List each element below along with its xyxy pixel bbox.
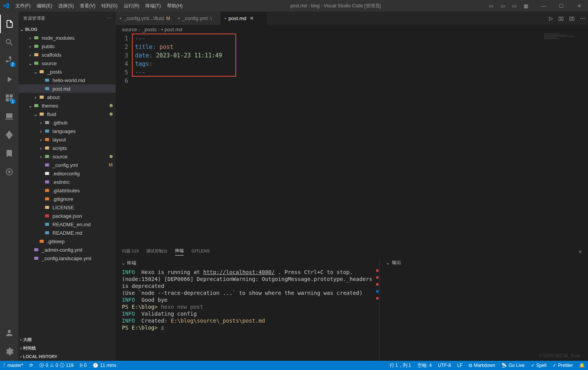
tree-row[interactable]: _admin-config.yml [19, 246, 116, 254]
menu-item[interactable]: 转到(G) [98, 0, 120, 12]
git-branch[interactable]: ᚶ master* [0, 361, 26, 370]
explorer-icon[interactable] [0, 15, 19, 33]
bookmarks-icon[interactable] [0, 144, 19, 163]
terminal-pane[interactable]: ⌄终端 INFO Hexo is running at http://local… [116, 258, 380, 361]
tree-row[interactable]: ›about [19, 93, 116, 101]
tree-row[interactable]: ⌄_posts [19, 67, 116, 76]
svg-rect-20 [45, 189, 49, 192]
panel-tab[interactable]: 问题 119 [122, 248, 139, 256]
eol-status[interactable]: LF [454, 361, 466, 370]
layout-customize-icon[interactable]: ▦ [520, 0, 532, 12]
language-status[interactable]: ⧉ Markdown [466, 361, 498, 370]
editor[interactable]: 123456 ---title: postdate: 2023-01-23 11… [116, 34, 588, 245]
layout-right-icon[interactable]: ▭ [509, 0, 520, 12]
tree-row[interactable]: .gitkeep [19, 237, 116, 246]
tree-row[interactable]: ⌄themes [19, 101, 116, 110]
panel-tab[interactable]: 终端 [175, 248, 184, 256]
tree-row[interactable]: ›public [19, 42, 116, 50]
maximize-icon[interactable]: ☐ [553, 0, 570, 12]
minimize-icon[interactable]: — [535, 0, 553, 12]
tree-row[interactable]: ›scaffolds [19, 50, 116, 59]
spaces-status[interactable]: 空格: 4 [414, 361, 435, 370]
section-LOCAL HISTORY[interactable]: ›LOCAL HISTORY [19, 352, 116, 361]
remote-explorer-icon[interactable] [0, 107, 19, 126]
tree-row[interactable]: _config.landscape.yml [19, 254, 116, 262]
tree-row[interactable]: ›scripts [19, 144, 116, 152]
close-icon[interactable]: ✕ [570, 0, 588, 12]
port-status[interactable]: ⎘ 0 [77, 361, 90, 370]
breadcrumb-item[interactable]: ▪ post.md [161, 27, 182, 32]
breadcrumb[interactable]: source›_posts›▪ post.md [116, 25, 588, 34]
tree-row[interactable]: .gitattributes [19, 186, 116, 195]
tree-row[interactable]: .eslintrc [19, 178, 116, 186]
split-editor-icon[interactable]: ▯▯ [558, 15, 564, 21]
tree-row[interactable]: post.md [19, 84, 116, 93]
tree-row[interactable]: ›.github [19, 118, 116, 127]
tree-row[interactable]: README_en.md [19, 220, 116, 229]
spell-status[interactable]: ✓ Spell [528, 361, 550, 370]
tab[interactable]: ▪post.md✕ [221, 12, 267, 25]
breadcrumb-item[interactable]: _posts [142, 27, 156, 32]
menu-item[interactable]: 终端(T) [142, 0, 164, 12]
breadcrumb-item[interactable]: source [122, 27, 137, 32]
close-panel-icon[interactable]: ✕ [578, 249, 582, 254]
terminal-header[interactable]: ⌄终端 [122, 259, 373, 266]
sync-icon[interactable]: ⟳ [26, 361, 36, 370]
more-actions-icon[interactable]: ⋯ [107, 16, 112, 21]
gitlens-icon[interactable] [0, 163, 19, 181]
tab[interactable]: ▪_config.yml ..\fluidM [116, 12, 174, 25]
section-时间线[interactable]: ›时间线 [19, 344, 116, 352]
tree-row[interactable]: ›layout [19, 135, 116, 144]
tree-row[interactable]: package.json [19, 212, 116, 220]
source-control-icon[interactable]: 2 [0, 52, 19, 70]
tree-row[interactable]: hello-world.md [19, 76, 116, 84]
run-debug-icon[interactable] [0, 70, 19, 89]
open-side-icon[interactable]: ▯▯ [569, 15, 574, 21]
tree-row[interactable]: ⌄source [19, 59, 116, 67]
tree-row[interactable]: _config.ymlM [19, 161, 116, 169]
account-icon[interactable] [0, 324, 19, 342]
tree-row[interactable]: README.md [19, 229, 116, 237]
chevron-icon: ⌄ [32, 69, 39, 75]
search-icon[interactable] [0, 33, 19, 52]
settings-icon[interactable] [0, 342, 19, 361]
menu-item[interactable]: 帮助(H) [164, 0, 186, 12]
tree-row[interactable]: .gitignore [19, 195, 116, 203]
tree-row[interactable]: ⌄fluid [19, 110, 116, 118]
more-icon[interactable]: ⋯ [580, 15, 585, 21]
time-status[interactable]: 🕐 11 mins [90, 361, 119, 370]
tab[interactable]: ▪_config.yml .\ [174, 12, 221, 25]
golive-status[interactable]: 📡 Go Live [498, 361, 527, 370]
section-blog[interactable]: ⌄ BLOG [19, 25, 116, 34]
output-header[interactable]: ⌄输出 [386, 259, 582, 266]
testing-icon[interactable] [0, 126, 19, 144]
code-content[interactable]: ---title: postdate: 2023-01-23 11:11:49t… [135, 34, 588, 245]
tree-row[interactable]: ›source [19, 152, 116, 161]
layout-panel-icon[interactable]: ▭ [497, 0, 509, 12]
chevron-icon: › [38, 154, 44, 160]
line-col-status[interactable]: 行 1，列 1 [387, 361, 414, 370]
output-pane[interactable]: ⌄输出 [380, 258, 588, 361]
notifications-icon[interactable]: 🔔 [576, 361, 588, 370]
section-大纲[interactable]: ›大纲 [19, 335, 116, 344]
tree-row[interactable]: ›languages [19, 127, 116, 135]
run-icon[interactable]: ▷ [549, 15, 553, 21]
layout-primary-icon[interactable]: ▭ [485, 0, 497, 12]
panel-tab[interactable]: GITLENS [191, 249, 210, 255]
panel-tab[interactable]: 调试控制台 [146, 248, 167, 256]
close-tab-icon[interactable]: ✕ [250, 15, 254, 21]
menu-item[interactable]: 运行(R) [121, 0, 143, 12]
prettier-status[interactable]: ✓ Prettier [549, 361, 576, 370]
menu-item[interactable]: 文件(F) [12, 0, 34, 12]
encoding-status[interactable]: UTF-8 [435, 361, 454, 370]
problems-status[interactable]: ⓧ 0 ⚠ 0 ⓘ 119 [36, 361, 76, 370]
minimap[interactable] [544, 34, 583, 41]
menu-item[interactable]: 编辑(E) [34, 0, 55, 12]
tree-row[interactable]: ›node_modules [19, 34, 116, 42]
tree-row[interactable]: LICENSE [19, 203, 116, 212]
tree-row[interactable]: .editorconfig [19, 169, 116, 178]
editor-area: ▪_config.yml ..\fluidM▪_config.yml .\▪po… [116, 12, 588, 361]
extensions-icon[interactable]: 1 [0, 89, 19, 107]
menu-item[interactable]: 选择(S) [55, 0, 77, 12]
menu-item[interactable]: 查看(V) [77, 0, 98, 12]
